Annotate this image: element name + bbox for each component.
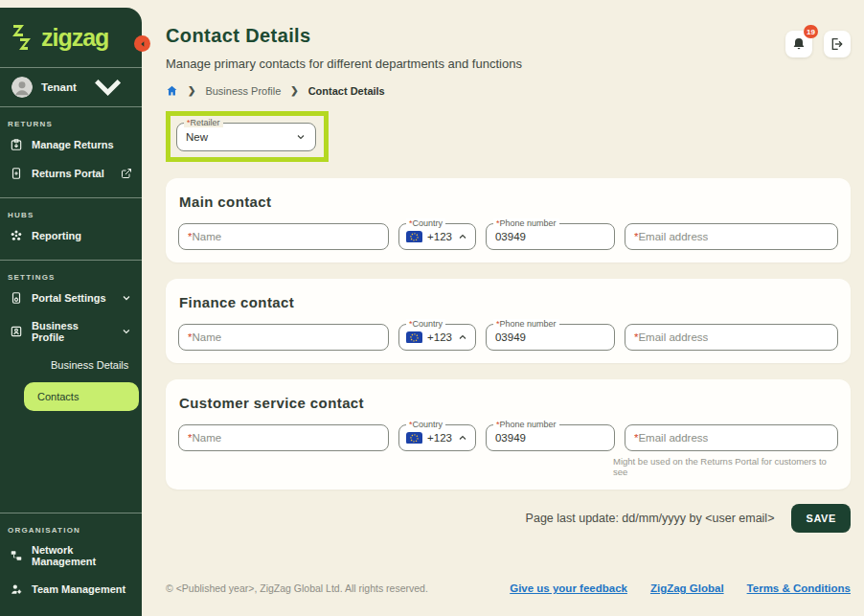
business-profile-icon: [10, 325, 23, 338]
tenant-label: Tenant: [41, 81, 77, 93]
retailer-value: New: [186, 131, 208, 143]
last-update-text: Page last update: dd/mm/yyyy by <user em…: [526, 512, 775, 525]
manage-returns-icon: [10, 138, 23, 151]
chevron-up-icon: [457, 331, 468, 343]
chevron-up-icon: [457, 432, 468, 444]
eu-flag-icon: [406, 231, 422, 243]
country-code: +123: [427, 331, 452, 343]
country-select[interactable]: *Country +123: [398, 324, 476, 351]
zigzag-logo-icon: [11, 23, 36, 52]
retailer-label: *Retailer: [184, 118, 223, 127]
chevron-up-icon: [457, 231, 468, 242]
country-label: *Country: [406, 319, 445, 329]
main-content: Contact Details Manage primary contacts …: [142, 0, 864, 616]
sidebar-subitem-business-details[interactable]: Business Details: [0, 351, 142, 379]
chevron-down-icon: [121, 292, 132, 304]
phone-value: 03949: [495, 231, 526, 242]
tenant-switcher[interactable]: Tenant: [0, 68, 142, 106]
sidebar-item-label: Reporting: [32, 230, 81, 241]
card-title: Finance contact: [179, 294, 838, 310]
name-input[interactable]: *Name: [178, 424, 389, 451]
sidebar-item-network-management[interactable]: Network Management: [0, 536, 142, 575]
notification-badge: 19: [804, 25, 818, 38]
sidebar-item-portal-settings[interactable]: Portal Settings: [0, 284, 142, 312]
card-title: Main contact: [179, 194, 838, 210]
sidebar-item-label: Portal Settings: [32, 292, 106, 304]
email-helper-text: Might be used on the Returns Portal for …: [613, 455, 838, 477]
sidebar-item-manage-returns[interactable]: Manage Returns: [0, 130, 142, 159]
zigzag-logo: zigzag: [0, 8, 142, 67]
section-settings: SETTINGS: [8, 273, 142, 282]
breadcrumb-business-profile[interactable]: Business Profile: [205, 85, 281, 97]
eu-flag-icon: [406, 432, 422, 445]
tenant-avatar: [11, 77, 33, 98]
email-input[interactable]: *Email address: [625, 223, 838, 250]
chevron-down-icon: [295, 131, 307, 143]
email-placeholder: *Email address: [634, 432, 708, 444]
reporting-icon: [10, 229, 23, 242]
name-input[interactable]: *Name: [178, 324, 389, 351]
card-title: Customer service contact: [179, 395, 838, 411]
annotation-highlight-box: *Retailer New: [166, 111, 329, 162]
name-input[interactable]: *Name: [178, 223, 389, 250]
sidebar-item-label: Network Management: [32, 544, 132, 567]
collapse-arrow-icon: [139, 40, 147, 48]
country-select[interactable]: *Country +123: [398, 424, 476, 451]
zigzag-logo-text: zigzag: [41, 24, 108, 52]
sidebar-item-label: Manage Returns: [32, 139, 114, 150]
country-label: *Country: [406, 218, 445, 228]
logout-icon: [830, 36, 845, 52]
page-footer: © <Published year>, ZigZag Global Ltd. A…: [166, 582, 851, 594]
sidebar-collapse-button[interactable]: [134, 35, 150, 52]
section-returns: RETURNS: [8, 120, 142, 128]
phone-input[interactable]: *Phone number 03949: [486, 424, 615, 451]
sidebar-item-reporting[interactable]: Reporting: [0, 221, 142, 250]
zigzag-global-link[interactable]: ZigZag Global: [650, 582, 724, 594]
page-title: Contact Details: [166, 25, 522, 47]
feedback-link[interactable]: Give us your feedback: [510, 582, 627, 594]
sidebar-item-returns-portal[interactable]: Returns Portal: [0, 159, 142, 188]
name-placeholder: *Name: [188, 432, 221, 444]
notifications-button[interactable]: 19: [785, 31, 812, 57]
save-button[interactable]: SAVE: [791, 504, 851, 533]
phone-label: *Phone number: [493, 218, 559, 228]
home-icon[interactable]: [166, 84, 178, 97]
sidebar-subitem-contacts-active[interactable]: Contacts: [24, 382, 139, 411]
sidebar-item-team-management[interactable]: Team Management: [0, 575, 142, 604]
sidebar: zigzag Tenant RETURNS Manage Returns Ret…: [0, 8, 142, 616]
breadcrumb: ❯ Business Profile ❯ Contact Details: [166, 84, 851, 97]
section-hubs: HUBS: [8, 211, 142, 219]
returns-portal-icon: [10, 167, 23, 180]
phone-label: *Phone number: [493, 319, 559, 329]
phone-value: 03949: [495, 432, 526, 444]
email-input[interactable]: *Email address: [625, 424, 838, 451]
network-management-icon: [10, 549, 23, 562]
phone-value: 03949: [495, 331, 526, 343]
chevron-down-icon: [121, 326, 132, 337]
email-input[interactable]: *Email address: [625, 324, 838, 351]
phone-input[interactable]: *Phone number 03949: [486, 223, 615, 250]
sidebar-item-label: Business Profile: [32, 320, 112, 343]
phone-label: *Phone number: [493, 420, 559, 429]
main-contact-card: Main contact *Name *Country +123 *Phone …: [166, 178, 851, 262]
external-link-icon: [121, 168, 132, 179]
terms-conditions-link[interactable]: Terms & Conditions: [747, 582, 851, 594]
phone-input[interactable]: *Phone number 03949: [486, 324, 615, 351]
retailer-select[interactable]: *Retailer New: [176, 123, 316, 151]
customer-service-contact-card: Customer service contact *Name *Country …: [166, 379, 851, 490]
country-label: *Country: [406, 420, 445, 429]
email-placeholder: *Email address: [634, 231, 708, 242]
divider: [0, 513, 142, 513]
page-subtitle: Manage primary contacts for different de…: [166, 57, 522, 71]
country-code: +123: [427, 231, 452, 242]
sidebar-item-label: Returns Portal: [32, 168, 104, 179]
logout-button[interactable]: [824, 31, 851, 57]
divider: [0, 197, 142, 198]
country-code: +123: [427, 432, 452, 444]
finance-contact-card: Finance contact *Name *Country +123 *Pho…: [166, 279, 851, 363]
country-select[interactable]: *Country +123: [398, 223, 476, 250]
breadcrumb-separator: ❯: [188, 85, 195, 96]
bell-icon: [791, 36, 807, 52]
eu-flag-icon: [406, 331, 422, 344]
sidebar-item-business-profile[interactable]: Business Profile: [0, 312, 142, 351]
